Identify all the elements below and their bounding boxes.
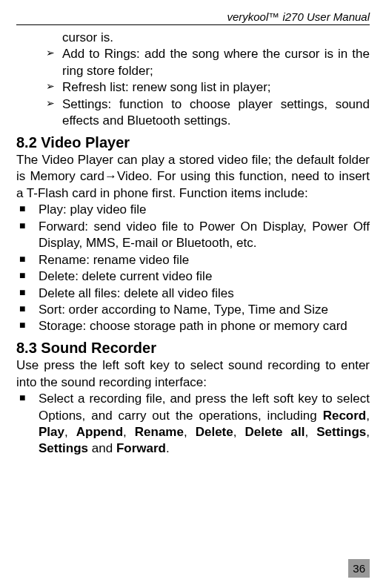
sep: , <box>64 425 76 439</box>
square-item: ■ Storage: choose storage path in phone … <box>16 318 370 334</box>
brand-name: verykool <box>227 10 268 23</box>
period: . <box>166 441 170 455</box>
square-item: ■ Delete: delete current video file <box>16 268 370 285</box>
bold-term: Settings <box>39 441 88 455</box>
chevron-item: ➢ Refresh list: renew song list in playe… <box>16 79 370 96</box>
header: verykool™ i270 User Manual <box>16 10 370 25</box>
bold-term: Rename <box>135 425 184 439</box>
chevron-icon: ➢ <box>46 46 62 79</box>
section-title-83: 8.3 Sound Recorder <box>16 338 370 357</box>
square-item: ■ Delete all files: delete all video fil… <box>16 285 370 302</box>
square-text: Forward: send video file to Power On Dis… <box>39 219 370 252</box>
bold-term: Forward <box>116 441 166 455</box>
sep: , <box>366 425 370 439</box>
square-text: Delete: delete current video file <box>39 268 370 285</box>
model-name: i270 User Manual <box>279 10 370 23</box>
sep: , <box>184 425 196 439</box>
bold-term: Settings <box>316 425 366 439</box>
chevron-text: Settings: function to choose player sett… <box>62 96 370 130</box>
chevron-text: Add to Rings: add the song where the cur… <box>62 46 370 79</box>
square-icon: ■ <box>16 268 39 285</box>
section-83-para: Use press the left soft key to select so… <box>16 357 370 391</box>
section-82-para: The Video Player can play a stored video… <box>16 152 370 202</box>
page-number: 36 <box>348 559 370 578</box>
square-icon: ■ <box>16 318 39 334</box>
square-icon: ■ <box>16 252 39 268</box>
sep: , <box>305 425 316 439</box>
square-text: Storage: choose storage path in phone or… <box>39 318 370 334</box>
chevron-icon: ➢ <box>46 96 62 130</box>
square-text: Rename: rename video file <box>39 252 370 268</box>
and-word: and <box>88 441 116 455</box>
square-item: ■ Forward: send video file to Power On D… <box>16 219 370 252</box>
bold-term: Delete <box>196 425 233 439</box>
square-text: Delete all files: delete all video files <box>39 285 370 302</box>
square-icon: ■ <box>16 285 39 302</box>
square-item: ■ Select a recording file, and press the… <box>16 391 370 457</box>
sep: , <box>366 409 370 423</box>
trademark: ™ <box>268 10 279 23</box>
sep: , <box>233 425 245 439</box>
square-text: Play: play video file <box>39 202 370 218</box>
square-item: ■ Sort: order according to Name, Type, T… <box>16 302 370 318</box>
page-content: cursor is. ➢ Add to Rings: add the song … <box>16 30 370 457</box>
square-icon: ■ <box>16 202 39 218</box>
bullet-prefix: Select a recording file, and press the l… <box>39 392 370 422</box>
square-icon: ■ <box>16 219 39 252</box>
chevron-text: Refresh list: renew song list in player; <box>62 79 370 96</box>
square-item: ■ Play: play video file <box>16 202 370 218</box>
bold-term: Delete all <box>245 425 305 439</box>
chevron-item: ➢ Settings: function to choose player se… <box>16 96 370 130</box>
bold-term: Append <box>76 425 123 439</box>
square-item: ■ Rename: rename video file <box>16 252 370 268</box>
bold-term: Record <box>323 409 367 423</box>
square-icon: ■ <box>16 302 39 318</box>
chevron-item: ➢ Add to Rings: add the song where the c… <box>16 46 370 79</box>
chevron-icon: ➢ <box>46 79 62 96</box>
sep: , <box>123 425 135 439</box>
square-icon: ■ <box>16 391 39 457</box>
bold-term: Play <box>39 425 64 439</box>
cursor-line: cursor is. <box>16 30 370 46</box>
section-title-82: 8.2 Video Player <box>16 133 370 152</box>
square-text-83: Select a recording file, and press the l… <box>39 391 370 457</box>
square-text: Sort: order according to Name, Type, Tim… <box>39 302 370 318</box>
